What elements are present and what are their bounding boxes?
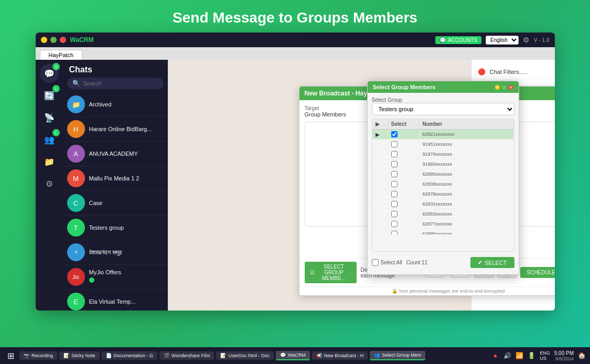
select-all-checkbox[interactable]: Select All bbox=[372, 259, 402, 266]
row-checkbox-3[interactable] bbox=[391, 151, 398, 157]
chat-list-header: Chats bbox=[63, 60, 168, 78]
table-row[interactable]: 91951xxxxxxx bbox=[372, 140, 514, 149]
volume-icon[interactable]: 🔊 bbox=[503, 352, 511, 359]
members-list: ▶ 62821xxxxxxxx 91951xxxxxxx bbox=[372, 130, 514, 234]
taskbar-wondershare[interactable]: 🎬 Wondershare Film bbox=[159, 351, 214, 360]
row-checkbox-4[interactable] bbox=[391, 161, 398, 167]
chat-name: Mallu Pix Media 1 2 bbox=[89, 175, 164, 181]
language-select[interactable]: English bbox=[486, 36, 519, 45]
list-item[interactable]: व वेशाखनंदन समुह bbox=[63, 240, 168, 265]
chat-filters-icon: 🔴 bbox=[478, 68, 486, 76]
row-checkbox-2[interactable] bbox=[391, 141, 398, 147]
chat-list: Chats 🔍 📁 Archived H Harare Online BidBa… bbox=[63, 60, 168, 311]
row-checkbox-1[interactable] bbox=[391, 131, 398, 137]
table-header: ▶ Select Number bbox=[372, 119, 514, 130]
avatar: T bbox=[67, 219, 85, 237]
col-arrow: ▶ bbox=[372, 119, 388, 129]
sidebar-icon-chats[interactable]: 💬 3 bbox=[40, 64, 59, 83]
notification-icon[interactable]: 🏠 bbox=[578, 352, 586, 359]
search-bar[interactable]: 🔍 bbox=[67, 78, 164, 89]
select-group-members-button[interactable]: ☑ SELECT GROUP MEMBE... bbox=[305, 262, 357, 283]
taskbar-documentation[interactable]: 📄 Documentation - G bbox=[102, 351, 158, 360]
sidebar-icon-community[interactable]: 👥 1 bbox=[40, 130, 59, 149]
confirm-select-button[interactable]: ✔ SELECT bbox=[470, 257, 514, 268]
members-close[interactable]: × bbox=[509, 85, 513, 90]
group-select-label: Select Group bbox=[372, 97, 514, 103]
settings-icon[interactable]: ⚙ bbox=[523, 36, 530, 44]
row-checkbox-8[interactable] bbox=[391, 201, 398, 207]
taskbar-sticky-note[interactable]: 📝 Sticky Note bbox=[59, 351, 100, 360]
list-item[interactable]: A ANUVA ACADEMY bbox=[63, 142, 168, 166]
members-win-controls: − □ × bbox=[495, 85, 513, 90]
chat-name: ANUVA ACADEMY bbox=[89, 151, 164, 157]
avatar: A bbox=[67, 145, 85, 163]
sidebar-icon-channels[interactable]: 📡 bbox=[40, 108, 59, 127]
community-badge: 1 bbox=[52, 129, 60, 136]
taskbar-broadcast[interactable]: 📢 New Broadcast - H bbox=[312, 351, 368, 360]
sidebar-item-chat-filters[interactable]: 🔴 Chat Filters..... bbox=[471, 64, 555, 80]
accounts-button[interactable]: 💬 ACCOUNTS bbox=[435, 36, 481, 44]
list-item[interactable]: 📁 Archived bbox=[63, 92, 168, 117]
taskbar-recording[interactable]: 📷 Recording bbox=[19, 351, 57, 360]
maximize-button[interactable] bbox=[50, 37, 57, 43]
main-content: 💬 3 🔄 1 📡 👥 1 📁 ⚙ Chats 🔍 📁 bbox=[36, 60, 555, 311]
table-row[interactable]: 62831xxxxxxx bbox=[372, 199, 514, 209]
chat-name: MyJio Offers bbox=[89, 269, 164, 275]
list-item[interactable]: M Mallu Pix Media 1 2 bbox=[63, 166, 168, 191]
schedule-button[interactable]: SCHEDULE bbox=[520, 267, 554, 278]
taskbar-wacrm[interactable]: 💬 WaCRM bbox=[276, 351, 310, 360]
members-minimize[interactable]: − bbox=[495, 85, 500, 90]
app-logo: WaCRM bbox=[70, 36, 94, 44]
row-checkbox-9[interactable] bbox=[391, 211, 398, 217]
taskbar-userdoc[interactable]: 📝 UserDoc.html - Doc bbox=[216, 351, 274, 360]
table-row[interactable]: 62853xxxxxxx bbox=[372, 209, 514, 219]
title-bar: WaCRM 💬 ACCOUNTS English ⚙ V - 1.0 bbox=[36, 33, 555, 47]
row-checkbox-7[interactable] bbox=[391, 191, 398, 197]
members-body: Select Group Testers group ▶ Select Numb… bbox=[368, 93, 519, 274]
list-item[interactable]: E Ela Virtual Temp... bbox=[63, 290, 168, 311]
list-item[interactable]: T Testers group bbox=[63, 216, 168, 240]
tab-bar: HayPatch bbox=[36, 47, 555, 60]
row-checkbox-10[interactable] bbox=[391, 221, 398, 227]
select-group-taskbar-icon: 👥 bbox=[374, 352, 380, 358]
table-row[interactable]: 62838xxxxxxx bbox=[372, 179, 514, 189]
start-button[interactable]: ⊞ bbox=[4, 351, 17, 361]
sidebar-icon-archive[interactable]: 📁 bbox=[40, 152, 59, 171]
battery-icon: 🔋 bbox=[528, 352, 535, 359]
row-checkbox-11[interactable] bbox=[391, 231, 398, 234]
taskbar-select-group[interactable]: 👥 Select Group Mem bbox=[370, 351, 425, 360]
sticky-note-icon: 📝 bbox=[63, 353, 69, 358]
list-item[interactable]: H Harare Online BidBarg... bbox=[63, 117, 168, 142]
status-badge: 1 bbox=[52, 85, 60, 92]
row-checkbox-5[interactable] bbox=[391, 171, 398, 177]
list-item[interactable]: Jio MyJio Offers bbox=[63, 265, 168, 290]
version-label: V - 1.0 bbox=[534, 37, 549, 43]
sidebar-icon-settings[interactable]: ⚙ bbox=[40, 174, 59, 193]
chat-name: वेशाखनंदन समुह bbox=[89, 249, 164, 256]
minimize-button[interactable] bbox=[41, 37, 47, 43]
table-row[interactable]: ▶ 62821xxxxxxxx bbox=[372, 130, 514, 140]
group-select-dropdown[interactable]: Testers group bbox=[372, 103, 514, 115]
app-window: WaCRM 💬 ACCOUNTS English ⚙ V - 1.0 HayPa… bbox=[36, 33, 555, 311]
taskbar-clock: 5:00 PM 9/6/2024 bbox=[554, 350, 574, 361]
avatar: H bbox=[67, 120, 85, 138]
list-item[interactable]: C Case bbox=[63, 191, 168, 216]
tab-haypatch[interactable]: HayPatch bbox=[40, 50, 83, 60]
table-row[interactable]: 91976xxxxxxx bbox=[372, 149, 514, 159]
chat-name: Harare Online BidBarg... bbox=[89, 126, 164, 132]
avatar: 📁 bbox=[67, 95, 85, 113]
row-checkbox-6[interactable] bbox=[391, 181, 398, 187]
table-row[interactable]: 62895xxxxxxx bbox=[372, 169, 514, 179]
search-input[interactable] bbox=[83, 80, 158, 87]
col-number: Number bbox=[420, 119, 514, 129]
documentation-icon: 📄 bbox=[106, 353, 112, 358]
table-row[interactable]: 62877xxxxxxx bbox=[372, 219, 514, 229]
avatar: Jio bbox=[67, 268, 85, 286]
table-row[interactable]: 62895xxxxxxx bbox=[372, 229, 514, 234]
avatar: C bbox=[67, 194, 85, 212]
table-row[interactable]: 62878xxxxxxx bbox=[372, 189, 514, 199]
sidebar-icon-status[interactable]: 🔄 1 bbox=[40, 86, 59, 105]
table-row[interactable]: 91860xxxxxxx bbox=[372, 159, 514, 169]
members-maximize[interactable]: □ bbox=[502, 85, 507, 90]
close-button[interactable] bbox=[60, 37, 66, 43]
